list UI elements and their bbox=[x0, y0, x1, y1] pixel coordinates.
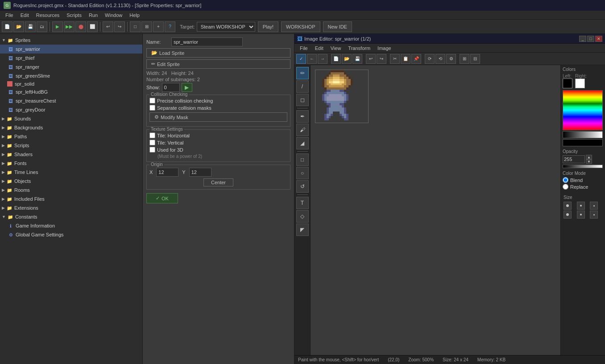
size-dot-3[interactable] bbox=[590, 202, 598, 210]
tool-eraser[interactable]: ◻ bbox=[296, 94, 309, 106]
tool-rect[interactable]: □ bbox=[296, 153, 309, 166]
show-input[interactable] bbox=[162, 83, 180, 92]
ie-maximize-button[interactable]: □ bbox=[587, 36, 594, 42]
ie-menu-image[interactable]: Image bbox=[374, 46, 395, 51]
newide-button[interactable]: New IDE bbox=[323, 21, 352, 32]
tree-spr-ranger[interactable]: 🖼 spr_ranger bbox=[0, 62, 142, 71]
ie-menu-transform[interactable]: Transform bbox=[344, 46, 374, 51]
toolbar-b2[interactable]: ⊞ bbox=[141, 21, 152, 32]
menu-file[interactable]: File bbox=[2, 11, 17, 20]
ie-menu-edit[interactable]: Edit bbox=[311, 46, 327, 51]
toolbar-saveall[interactable]: 🗂 bbox=[37, 21, 47, 32]
ie-canvas-area[interactable] bbox=[311, 65, 560, 355]
color-gray-gradient[interactable] bbox=[563, 131, 603, 138]
tool-pencil2[interactable]: ✒ bbox=[296, 110, 309, 123]
tree-spr-greenslime[interactable]: 🖼 spr_greenSlime bbox=[0, 71, 142, 80]
menu-resources[interactable]: Resources bbox=[33, 11, 63, 20]
ie-minimize-button[interactable]: _ bbox=[579, 36, 586, 42]
tool-text[interactable]: T bbox=[296, 197, 309, 209]
separate-checkbox[interactable] bbox=[149, 105, 155, 111]
tool-pencil[interactable]: ✏ bbox=[296, 67, 309, 79]
ie-tb-fwd[interactable]: → bbox=[318, 54, 327, 64]
ie-tb-b1[interactable]: ⟳ bbox=[425, 54, 435, 64]
tree-scripts-folder[interactable]: ▶ 📁 Scripts bbox=[0, 141, 142, 150]
opacity-up[interactable]: ▲ bbox=[586, 155, 592, 159]
ie-tb-grid1[interactable]: ⊞ bbox=[460, 54, 469, 64]
name-input[interactable] bbox=[171, 37, 243, 46]
tile-v-checkbox[interactable] bbox=[149, 140, 155, 145]
toolbar-debug[interactable]: ⬤ bbox=[75, 21, 86, 32]
ie-tb-open[interactable]: 📂 bbox=[342, 54, 352, 64]
tree-fonts-folder[interactable]: ▶ 📁 Fonts bbox=[0, 159, 142, 168]
tree-sounds-folder[interactable]: ▶ 📁 Sounds bbox=[0, 114, 142, 123]
menu-edit[interactable]: Edit bbox=[17, 11, 33, 20]
tool-select[interactable]: ◤ bbox=[296, 223, 309, 236]
tree-spr-solid[interactable]: spr_solid bbox=[0, 80, 142, 87]
edit-sprite-button[interactable]: ✏ Edit Sprite bbox=[146, 59, 290, 69]
opacity-slider[interactable] bbox=[563, 165, 603, 168]
tool-line[interactable]: / bbox=[296, 80, 309, 93]
left-color-swatch[interactable] bbox=[563, 79, 572, 88]
menu-help[interactable]: Help bbox=[126, 11, 143, 20]
used3d-checkbox[interactable] bbox=[149, 147, 155, 153]
x-input[interactable] bbox=[156, 168, 178, 177]
tree-extensions-folder[interactable]: ▶ 📁 Extensions bbox=[0, 203, 142, 212]
tree-timelines-folder[interactable]: ▶ 📁 Time Lines bbox=[0, 168, 142, 177]
toolbar-new[interactable]: 📄 bbox=[2, 21, 12, 32]
size-dot-4[interactable] bbox=[564, 211, 572, 219]
target-select[interactable]: Steam WORKSHOP bbox=[197, 22, 255, 32]
precise-checkbox[interactable] bbox=[149, 98, 155, 103]
ie-tb-back[interactable]: ← bbox=[307, 54, 317, 64]
opacity-input[interactable] bbox=[563, 155, 585, 163]
tool-fill[interactable]: ◢ bbox=[296, 137, 309, 149]
opacity-down[interactable]: ▼ bbox=[586, 159, 592, 164]
ie-tb-b3[interactable]: ⚙ bbox=[446, 54, 456, 64]
ie-tb-redo[interactable]: ↪ bbox=[377, 54, 386, 64]
workshop-button[interactable]: WORKSHOP bbox=[281, 21, 320, 32]
toolbar-run2[interactable]: ▶▶ bbox=[64, 21, 75, 32]
tree-spr-greydoor[interactable]: 🖼 spr_greyDoor bbox=[0, 105, 142, 114]
tree-spr-lefthud[interactable]: 🖼 spr_leftHudBG bbox=[0, 87, 142, 96]
menu-run[interactable]: Run bbox=[85, 11, 101, 20]
menu-scripts[interactable]: Scripts bbox=[63, 11, 85, 20]
ie-tb-grid2[interactable]: ⊟ bbox=[470, 54, 480, 64]
toolbar-b1[interactable]: □ bbox=[130, 21, 141, 32]
tile-h-checkbox[interactable] bbox=[149, 132, 155, 138]
tree-shaders-folder[interactable]: ▶ 📁 Shaders bbox=[0, 150, 142, 159]
sprite-canvas[interactable] bbox=[315, 70, 369, 123]
color-black-bar[interactable] bbox=[563, 139, 603, 146]
toolbar-open[interactable]: 📂 bbox=[13, 21, 24, 32]
tree-rooms-folder[interactable]: ▶ 📁 Rooms bbox=[0, 186, 142, 194]
ie-tb-undo[interactable]: ↩ bbox=[366, 54, 376, 64]
size-dot-6[interactable] bbox=[590, 211, 598, 219]
toolbar-stop[interactable]: ⬜ bbox=[87, 21, 98, 32]
ie-tb-copy[interactable]: 📋 bbox=[401, 54, 410, 64]
color-palette[interactable] bbox=[563, 90, 603, 130]
size-dot-1[interactable] bbox=[564, 202, 572, 210]
ie-tb-save[interactable]: 💾 bbox=[352, 54, 362, 64]
load-sprite-button[interactable]: 📂 Load Sprite bbox=[146, 48, 290, 58]
toolbar-redo[interactable]: ↪ bbox=[114, 21, 125, 32]
ok-button[interactable]: ✓ OK bbox=[146, 193, 178, 203]
ie-tb-paste[interactable]: 📌 bbox=[411, 54, 421, 64]
tool-brush[interactable]: 🖌 bbox=[296, 124, 309, 136]
ie-menu-file[interactable]: File bbox=[296, 46, 311, 51]
right-color-swatch[interactable] bbox=[575, 79, 585, 88]
tool-diamond[interactable]: ◇ bbox=[296, 210, 309, 223]
tool-circle[interactable]: ○ bbox=[296, 167, 309, 179]
tree-paths-folder[interactable]: ▶ 📁 Paths bbox=[0, 132, 142, 141]
ie-tb-check[interactable]: ✓ bbox=[296, 54, 306, 64]
tree-global-settings[interactable]: ⚙ Global Game Settings bbox=[0, 230, 142, 239]
menu-window[interactable]: Window bbox=[101, 11, 126, 20]
tree-game-info[interactable]: ℹ Game Information bbox=[0, 221, 142, 230]
toolbar-save[interactable]: 💾 bbox=[25, 21, 36, 32]
tool-rotate[interactable]: ↺ bbox=[296, 180, 309, 193]
blend-radio[interactable] bbox=[563, 177, 568, 183]
toolbar-undo[interactable]: ↩ bbox=[103, 21, 113, 32]
modify-mask-button[interactable]: ⚙ Modify Mask bbox=[149, 112, 287, 122]
tree-spr-thief[interactable]: 🖼 spr_thief bbox=[0, 54, 142, 62]
ie-menu-view[interactable]: View bbox=[327, 46, 345, 51]
size-dot-5[interactable] bbox=[577, 211, 585, 219]
center-button[interactable]: Center bbox=[203, 178, 233, 186]
tree-spr-treasure[interactable]: 🖼 spr_treasureChest bbox=[0, 96, 142, 105]
